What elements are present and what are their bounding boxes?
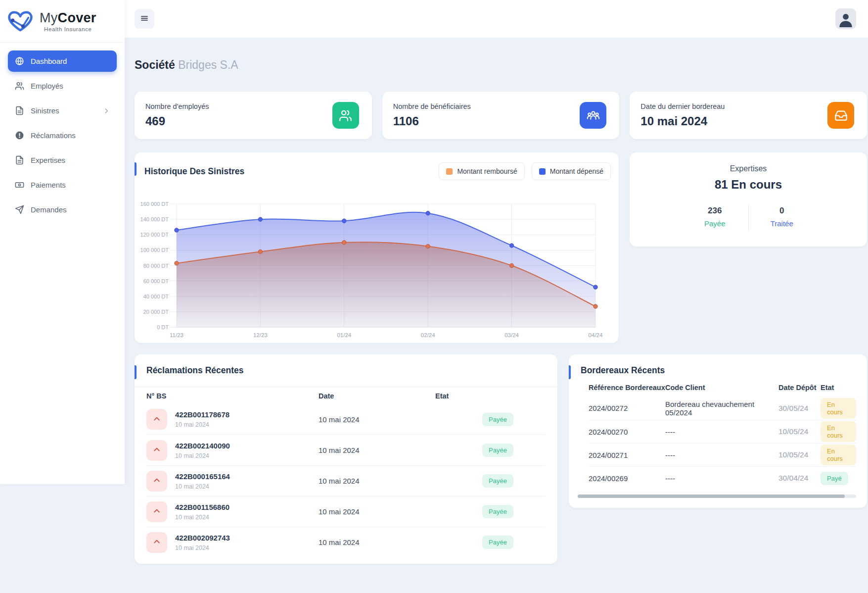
svg-text:03/24: 03/24 <box>504 332 519 338</box>
stat-card-label: Date du dernier bordereau <box>640 102 725 110</box>
sidebar-item-paiements[interactable]: Paiements <box>8 174 117 196</box>
sidebar-item-sinistres[interactable]: Sinistres <box>8 100 117 121</box>
reclamations-table: N° BSDateEtat422B00117867810 mai 202410 … <box>135 387 557 557</box>
bordereaux-header-row: Référence BordereauxCode ClientDate Dépô… <box>589 380 856 396</box>
bs-sub-date: 10 mai 2024 <box>175 483 230 490</box>
chevron-up-icon <box>153 445 161 455</box>
menu-button[interactable] <box>135 9 154 29</box>
date-cell: 10 mai 2024 <box>319 507 435 516</box>
table-row[interactable]: 422B00117867810 mai 202410 mai 2024Payée <box>146 404 546 435</box>
brand-tagline: Health Insurance <box>44 26 92 32</box>
chevron-right-icon <box>103 107 110 114</box>
date-cell: 10 mai 2024 <box>319 446 435 454</box>
bs-number: 422B000165164 <box>175 472 230 481</box>
expand-row-button[interactable] <box>146 532 167 553</box>
date-depot-cell: 10/05/24 <box>778 427 821 436</box>
chevron-up-icon <box>153 538 161 547</box>
expertises-stat-value: 236 <box>682 206 748 216</box>
status-badge: En cours <box>821 421 856 442</box>
status-cell: En cours <box>821 421 856 442</box>
chevron-up-icon <box>153 415 161 424</box>
sidebar-nav: DashboardEmployésSinistresRéclamationsEx… <box>0 43 125 220</box>
date-depot-cell: 10/05/24 <box>778 450 821 459</box>
status-badge: En cours <box>821 398 856 419</box>
legend-label: Montant dépensé <box>550 167 603 175</box>
reclamations-card: Réclamations Récentes N° BSDateEtat422B0… <box>135 354 557 564</box>
column-header-date: Date <box>319 392 435 400</box>
globe-icon <box>15 56 24 66</box>
table-row[interactable]: 422B00115686010 mai 202410 mai 2024Payée <box>146 496 546 527</box>
code-client-cell: ---- <box>665 474 778 483</box>
sidebar-item-employes[interactable]: Employés <box>8 75 117 97</box>
bs-cell: 422B00117867810 mai 2024 <box>146 409 319 430</box>
send-icon <box>15 205 24 214</box>
svg-text:02/24: 02/24 <box>421 332 435 338</box>
sidebar-item-label: Demandes <box>31 205 67 214</box>
expertises-stat-label: Payée <box>682 219 748 228</box>
reference-cell: 2024/00271 <box>589 451 665 459</box>
alert-icon <box>15 131 24 140</box>
status-cell: Payée <box>435 444 546 457</box>
document-icon <box>15 106 24 115</box>
column-header-etat: Etat <box>821 384 856 392</box>
stat-card-nombre-d-employes: Nombre d'employés469 <box>135 92 372 139</box>
column-header-code-client: Code Client <box>665 384 778 392</box>
bs-text: 422B00117867810 mai 2024 <box>175 410 229 428</box>
date-cell: 10 mai 2024 <box>319 477 435 485</box>
user-icon <box>838 11 854 29</box>
table-row[interactable]: 422B00214009010 mai 202410 mai 2024Payée <box>146 435 546 465</box>
expertises-stats: 236Payée0Traitée <box>682 205 815 231</box>
bordereaux-card: Bordereaux Récents Référence BordereauxC… <box>569 354 867 508</box>
status-cell: Payée <box>435 536 546 549</box>
stat-card-label: Nombre de bénéficiaires <box>393 102 471 110</box>
status-badge: Payée <box>482 413 513 426</box>
column-header-etat: Etat <box>435 392 546 400</box>
expand-row-button[interactable] <box>146 471 167 492</box>
table-row: 2024/00271----10/05/24En cours <box>589 443 856 466</box>
user-avatar[interactable] <box>835 8 856 29</box>
table-row[interactable]: 422B00016516410 mai 202410 mai 2024Payée <box>146 465 546 496</box>
svg-text:40 000 DT: 40 000 DT <box>143 294 169 299</box>
sinistres-chart: 0 DT20 000 DT40 000 DT60 000 DT80 000 DT… <box>135 184 619 344</box>
chevron-up-icon <box>153 507 161 516</box>
sidebar-item-label: Paiements <box>31 181 66 189</box>
chart-title: Historique Des Sinistres <box>144 166 244 177</box>
column-header-date-depot: Date Dépôt <box>778 384 821 392</box>
sidebar-item-demandes[interactable]: Demandes <box>8 199 117 220</box>
group-icon <box>580 102 606 129</box>
topbar <box>125 0 868 38</box>
stat-card-label: Nombre d'employés <box>145 102 209 110</box>
date-depot-cell: 30/05/24 <box>778 404 821 413</box>
scrollbar-thumb[interactable] <box>578 494 845 498</box>
bs-number: 422B001156860 <box>175 503 229 511</box>
sidebar-item-reclamations[interactable]: Réclamations <box>8 125 117 146</box>
table-row[interactable]: 422B00209274310 mai 202410 mai 2024Payée <box>146 527 546 557</box>
sidebar-item-dashboard[interactable]: Dashboard <box>8 50 117 72</box>
mycover-logo-icon <box>6 8 35 34</box>
employees-icon <box>15 81 24 91</box>
page-title: Société Bridges S.A <box>135 58 867 72</box>
reclamations-title: Réclamations Récentes <box>146 365 243 375</box>
sidebar-item-expertises[interactable]: Expertises <box>8 149 117 171</box>
status-badge: Payée <box>482 536 513 549</box>
expand-row-button[interactable] <box>146 501 167 522</box>
expand-row-button[interactable] <box>146 409 167 430</box>
bs-sub-date: 10 mai 2024 <box>175 452 230 459</box>
document-icon <box>15 155 24 165</box>
status-cell: Payée <box>435 413 546 426</box>
date-depot-cell: 30/04/24 <box>778 474 821 483</box>
bs-cell: 422B00016516410 mai 2024 <box>146 471 319 492</box>
legend-item-montant-rembourse[interactable]: Montant remboursé <box>439 162 524 180</box>
table-row: 2024/00272Bordereau chevauchement 05/202… <box>589 396 856 420</box>
bs-text: 422B00016516410 mai 2024 <box>175 472 230 490</box>
expand-row-button[interactable] <box>146 440 167 461</box>
svg-text:80 000 DT: 80 000 DT <box>143 263 169 269</box>
legend-swatch <box>539 168 546 175</box>
stat-cards-row: Nombre d'employés469Nombre de bénéficiai… <box>135 92 867 139</box>
code-client-cell: Bordereau chevauchement 05/2024 <box>665 400 778 417</box>
expertises-stat-traitee: 0Traitée <box>748 205 816 231</box>
column-header-n-bs: N° BS <box>146 392 319 400</box>
legend-item-montant-depense[interactable]: Montant dépensé <box>532 162 611 180</box>
users-icon <box>332 102 359 129</box>
status-cell: En cours <box>821 445 856 465</box>
